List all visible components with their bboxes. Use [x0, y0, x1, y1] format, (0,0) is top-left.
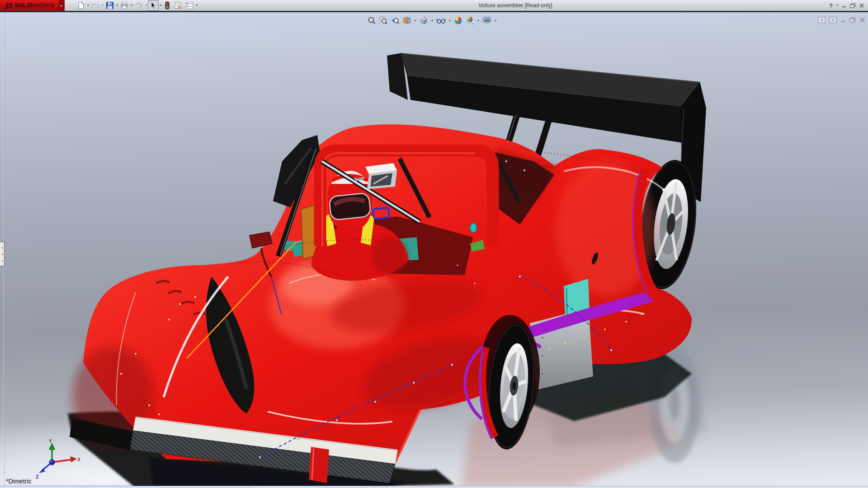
triad-z-label: Z	[36, 474, 39, 479]
minimize-icon	[840, 18, 846, 23]
scene-sphere-icon	[466, 16, 474, 25]
view-orientation-caret[interactable]: ▾	[431, 19, 433, 23]
edit-appearance-button[interactable]	[453, 16, 463, 25]
panel-right-arrow-icon: ▸	[832, 18, 834, 22]
minimize-icon	[842, 3, 847, 8]
traffic-light-icon	[164, 1, 171, 9]
doc-close-button[interactable]	[859, 17, 865, 23]
print-dropdown-caret[interactable]: ▾	[131, 4, 132, 7]
view-orientation-button[interactable]	[419, 16, 429, 25]
window-controls: ? ▾	[829, 2, 868, 9]
brand-bold: SOLID	[14, 2, 33, 9]
eyeglasses-icon	[436, 16, 446, 25]
undo-arrow-icon	[135, 1, 143, 9]
new-document-icon	[77, 1, 85, 9]
undo-button[interactable]	[133, 0, 144, 11]
options-button[interactable]	[184, 0, 195, 11]
cyan-knob[interactable]	[470, 223, 476, 232]
save-button[interactable]	[104, 0, 115, 11]
help-dropdown-caret[interactable]: ▾	[836, 4, 838, 7]
view-settings-button[interactable]	[482, 16, 492, 25]
apply-scene-caret[interactable]: ▾	[477, 19, 479, 23]
save-dropdown-caret[interactable]: ▾	[116, 4, 118, 7]
undo-dropdown-caret[interactable]: ▾	[145, 4, 147, 7]
previous-view-icon	[391, 16, 400, 25]
doc-restore-button[interactable]	[849, 17, 856, 23]
view-cube-icon	[420, 16, 428, 25]
graphics-viewport[interactable]: ◂ ◂ ◂	[0, 12, 868, 488]
close-button[interactable]	[859, 3, 864, 8]
file-properties-button[interactable]	[173, 0, 184, 11]
zoom-area-icon	[379, 16, 388, 25]
document-window-controls: ◂ ▸	[818, 17, 865, 23]
save-floppy-icon	[106, 1, 114, 9]
restore-icon	[849, 17, 856, 23]
help-button[interactable]: ?	[829, 2, 833, 9]
solidworks-logo-text: SOLIDWORKS	[14, 2, 55, 9]
new-document-button[interactable]	[75, 0, 86, 11]
previous-view-button[interactable]	[391, 16, 400, 25]
apply-scene-button[interactable]	[465, 16, 475, 25]
collapse-panel-button[interactable]: ◂	[818, 17, 826, 23]
status-segment	[160, 486, 250, 488]
triad-y-label: Y	[49, 439, 52, 444]
select-cursor-icon	[149, 1, 157, 9]
section-view-caret[interactable]: ▾	[415, 19, 416, 23]
restore-button[interactable]	[850, 3, 856, 8]
triad-x-label: X	[77, 457, 80, 462]
status-segment	[319, 486, 387, 488]
brand-light: WORKS	[32, 2, 55, 9]
standard-toolbar: ▾ ▾ ▾ ▾	[75, 0, 198, 11]
menu-expand-arrow[interactable]: ▸	[59, 0, 65, 11]
status-segment	[251, 486, 318, 488]
print-button[interactable]	[119, 0, 130, 11]
file-properties-icon	[174, 1, 182, 9]
hide-show-caret[interactable]: ▾	[449, 19, 451, 23]
options-checklist-icon	[185, 1, 193, 9]
view-settings-caret[interactable]: ▾	[495, 19, 496, 23]
open-document-button[interactable]	[90, 0, 101, 11]
minimize-button[interactable]	[842, 3, 847, 8]
open-folder-icon	[91, 1, 99, 9]
options-dropdown-caret[interactable]: ▾	[196, 4, 198, 7]
title-bar: ƷS SOLIDWORKS ▸ ▾ ▾ ▾	[0, 0, 868, 11]
expand-panel-button[interactable]: ▸	[829, 17, 837, 23]
zoom-to-fit-button[interactable]	[367, 16, 377, 25]
window-title: Voiture assemblee [Read-only]	[212, 0, 818, 11]
close-icon	[859, 3, 864, 8]
monitor-icon	[482, 16, 491, 25]
section-view-icon	[403, 16, 411, 25]
hide-show-items-button[interactable]	[436, 16, 446, 25]
open-dropdown-caret[interactable]: ▾	[102, 4, 104, 7]
select-tool-button[interactable]	[148, 0, 159, 11]
solidworks-logo: ƷS SOLIDWORKS	[0, 0, 59, 11]
panel-left-arrow-icon: ◂	[821, 18, 823, 22]
restore-icon	[850, 3, 856, 8]
view-orientation-label: *Dimetric	[6, 478, 32, 485]
model-3d-race-car[interactable]	[0, 12, 868, 488]
heads-up-view-toolbar: ▾ ▾ ▾	[367, 16, 497, 25]
titlebar-divider	[0, 11, 868, 12]
zoom-fit-icon	[368, 16, 376, 25]
solidworks-logo-glyph: ƷS	[4, 2, 13, 9]
reference-triad: Y X Z	[26, 439, 80, 484]
section-view-button[interactable]	[402, 16, 412, 25]
status-segment	[388, 486, 868, 488]
select-dropdown-caret[interactable]: ▾	[160, 4, 161, 7]
appearance-sphere-icon	[454, 16, 462, 25]
printer-icon	[120, 1, 128, 9]
status-segment	[0, 486, 159, 488]
close-icon	[859, 17, 865, 23]
new-dropdown-caret[interactable]: ▾	[87, 4, 89, 7]
zoom-to-area-button[interactable]	[379, 16, 388, 25]
rebuild-button[interactable]	[162, 0, 172, 11]
doc-minimize-button[interactable]	[840, 18, 846, 23]
status-strip	[0, 486, 868, 488]
